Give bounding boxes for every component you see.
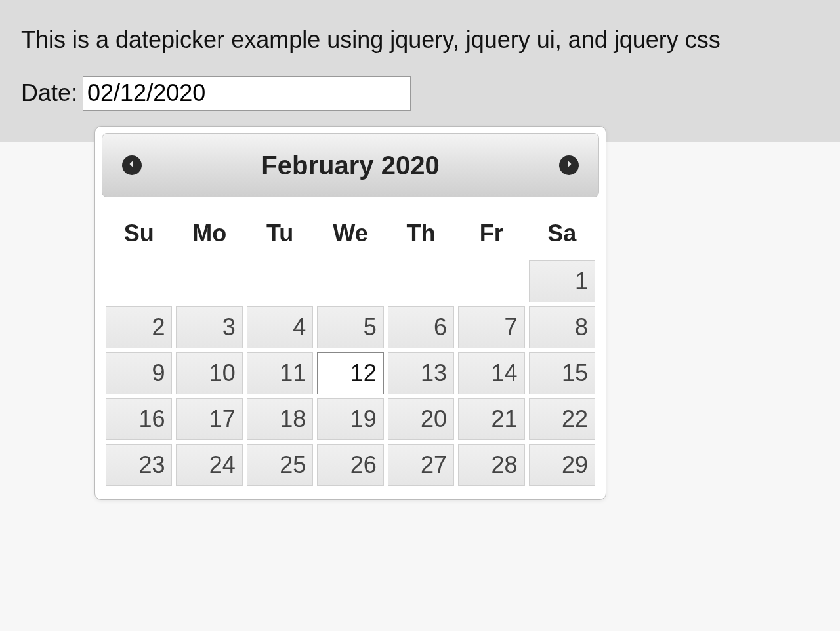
date-label: Date: — [21, 79, 77, 107]
calendar-day-cell — [458, 260, 524, 302]
calendar-day-cell — [176, 260, 242, 302]
calendar-day-cell — [247, 260, 313, 302]
calendar-day-cell[interactable]: 1 — [529, 260, 595, 302]
calendar-day-cell[interactable]: 16 — [106, 398, 172, 440]
datepicker-month-year: February 2020 — [261, 151, 439, 180]
prev-month-button[interactable] — [122, 155, 142, 175]
calendar-day-cell[interactable]: 20 — [388, 398, 454, 440]
date-field-row: Date: — [21, 76, 819, 111]
calendar-day-cell[interactable]: 26 — [317, 444, 383, 486]
date-input[interactable] — [83, 76, 411, 111]
calendar-day-cell[interactable]: 28 — [458, 444, 524, 486]
calendar-day-cell[interactable]: 11 — [247, 352, 313, 394]
calendar-day-cell — [388, 260, 454, 302]
calendar-day-cell[interactable]: 4 — [247, 306, 313, 348]
calendar-day-cell[interactable]: 9 — [106, 352, 172, 394]
calendar-day-cell[interactable]: 8 — [529, 306, 595, 348]
weekday-header: Sa — [529, 213, 595, 256]
calendar-day-cell[interactable]: 15 — [529, 352, 595, 394]
weekday-header: Mo — [176, 213, 242, 256]
calendar-day-cell[interactable]: 24 — [176, 444, 242, 486]
calendar-grid: Su Mo Tu We Th Fr Sa 1234567891011121314… — [102, 209, 599, 490]
calendar-day-cell — [106, 260, 172, 302]
calendar-day-cell[interactable]: 22 — [529, 398, 595, 440]
calendar-day-cell[interactable]: 5 — [317, 306, 383, 348]
calendar-day-cell[interactable]: 2 — [106, 306, 172, 348]
caret-right-icon — [564, 159, 574, 171]
datepicker-widget: February 2020 Su Mo Tu We Th Fr Sa 12345… — [94, 126, 606, 500]
caret-left-icon — [127, 159, 136, 171]
calendar-day-cell[interactable]: 18 — [247, 398, 313, 440]
calendar-day-cell[interactable]: 23 — [106, 444, 172, 486]
calendar-day-cell[interactable]: 27 — [388, 444, 454, 486]
calendar-day-cell[interactable]: 14 — [458, 352, 524, 394]
datepicker-header: February 2020 — [102, 133, 599, 197]
weekday-header: Su — [106, 213, 172, 256]
calendar-day-cell[interactable]: 25 — [247, 444, 313, 486]
calendar-day-cell[interactable]: 3 — [176, 306, 242, 348]
calendar-day-cell — [317, 260, 383, 302]
weekday-header: Fr — [458, 213, 524, 256]
page-title: This is a datepicker example using jquer… — [21, 26, 819, 54]
calendar-day-cell[interactable]: 21 — [458, 398, 524, 440]
calendar-day-cell[interactable]: 19 — [317, 398, 383, 440]
calendar-day-cell[interactable]: 7 — [458, 306, 524, 348]
calendar-day-cell[interactable]: 6 — [388, 306, 454, 348]
calendar-day-cell[interactable]: 12 — [317, 352, 383, 394]
weekday-header: We — [317, 213, 383, 256]
next-month-button[interactable] — [559, 155, 579, 175]
weekday-header: Th — [388, 213, 454, 256]
weekday-header: Tu — [247, 213, 313, 256]
calendar-day-cell[interactable]: 17 — [176, 398, 242, 440]
calendar-day-cell[interactable]: 13 — [388, 352, 454, 394]
calendar-day-cell[interactable]: 29 — [529, 444, 595, 486]
calendar-day-cell[interactable]: 10 — [176, 352, 242, 394]
